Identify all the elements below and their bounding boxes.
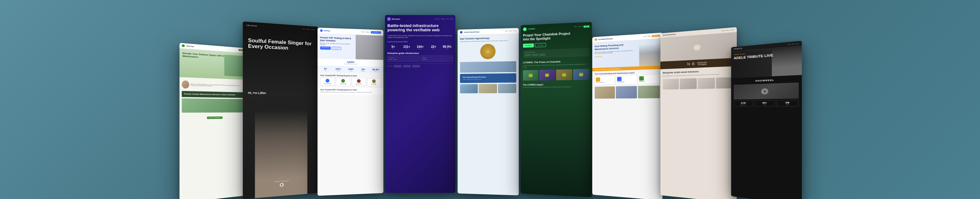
- ltords-nft-1: 🐸: [523, 70, 538, 81]
- adele-stat-1: 3YR Experience: [733, 100, 753, 107]
- web3-stats: 5+ Years 131+ Nodes 144+ Networks 22+ Ch…: [387, 45, 453, 50]
- web3-nav-items: Products Solutions Docs Blog: [435, 18, 453, 19]
- pat-hero-title: Premier PAT Testing in Hull & East Yorks…: [320, 36, 355, 43]
- plumbing-service-3: Maintenance: [638, 74, 660, 84]
- pat-services-section: Your Trusted PAT Testing Experts in Hull…: [317, 72, 383, 88]
- singer-hi-label: Hi, I'm Lillie!: [248, 91, 266, 95]
- oak-tree-avatar: [181, 80, 189, 88]
- pat-hull-section: Your Trusted PAT Testing Experts in Hull…: [317, 87, 383, 95]
- hypnotherapy-img-3: [498, 84, 516, 93]
- adele-hero: TRIBUTE ACT ADELE TRIBUTE LIVE: [731, 46, 802, 78]
- pat-hull-title: Your Trusted PAT Testing Experts in Hull: [320, 88, 381, 91]
- card-plumbing[interactable]: East Riding Plumbing Services About Get …: [592, 32, 662, 199]
- adele-showreel-title: SHOWREEL: [733, 77, 799, 83]
- card-hypnotherapy[interactable]: Yorkshire Hypnotherapy About Services Co…: [458, 28, 519, 195]
- hypnotherapy-gold-badge: KGH: [480, 44, 495, 59]
- ltords-logo-text: LTORDS: [528, 28, 535, 30]
- pat-service-1: Commercial PAT: [320, 77, 335, 86]
- hypnotherapy-img-1: [460, 84, 478, 93]
- pat-services-list: Commercial PAT Healthcare PAT Adjusted P…: [320, 77, 381, 86]
- hypnotherapy-logo-icon: [460, 31, 463, 34]
- web3-nav: Blockspace Products Solutions Docs Blog: [387, 18, 453, 21]
- plumbing-logo-text: East Riding Plumbing: [598, 38, 612, 40]
- pat-cta2-btn[interactable]: Learn More: [332, 47, 341, 50]
- plumbing-service-1-icon: [596, 77, 600, 82]
- adele-header-logo: TRIBUTE: [733, 48, 742, 50]
- plumbing-services: Commercial Services Plumbing Repairs Mai…: [595, 74, 660, 85]
- video-overlay: [733, 82, 799, 100]
- partner-logo-1: [394, 65, 401, 67]
- ltords-hero-title: Propel Your Chainlink Project into the S…: [523, 32, 572, 42]
- oak-tree-cta-button[interactable]: Book of Consultation: [207, 117, 222, 119]
- hypnotherapy-image-row: [460, 84, 516, 93]
- web3-enterprise-section: Enterprise-grade infrastructure Connecti…: [387, 52, 453, 62]
- oak-tree-green-title: Premier Garden Maintenance Services in E…: [184, 93, 243, 96]
- ltords-impact: The LTORDS Impact Our track record speak…: [523, 83, 589, 88]
- plumbing-hero: East Riding Plumbing and Maintenance Ser…: [592, 39, 662, 68]
- pat-service-2: Healthcare PAT: [336, 77, 350, 86]
- card-adele-tribute[interactable]: TRIBUTE Shows About Book TRIBUTE ACT ADE…: [731, 41, 802, 199]
- card-soulful-singer[interactable]: Lillie German Home About Contact Soulful…: [243, 21, 318, 199]
- oak-tree-hero-image: [224, 55, 244, 77]
- chandelier-icon: [692, 44, 702, 51]
- hypnotherapy-logo-text: Yorkshire Hypnotherapy: [463, 31, 479, 33]
- gallery-container: Oak Tree Reviews Elevate Your Outdoor Sp…: [0, 0, 980, 199]
- pat-service-3-icon: [357, 79, 360, 83]
- plumbing-images: [595, 85, 660, 99]
- kitchen-img-3: [697, 77, 715, 89]
- pat-service-4-icon: [372, 79, 375, 83]
- plumbing-service-2-icon: [617, 77, 621, 81]
- kitchens-logo: North Bay Kitchens: [663, 34, 676, 36]
- card-kitchens[interactable]: North Bay Kitchens Portfolio About Conta…: [660, 27, 737, 199]
- ltords-cta2[interactable]: Learn More: [535, 43, 546, 47]
- kitchens-background: North Bay Kitchens Portfolio About Conta…: [660, 27, 737, 199]
- pat-logo-text: PATTest: [324, 30, 330, 32]
- oak-tree-green-section: Premier Garden Maintenance Services in E…: [181, 91, 245, 98]
- ltords-cta-buttons: Get Started Learn More: [523, 42, 589, 48]
- pat-header-btn[interactable]: Book PAT Now: [371, 31, 381, 34]
- pat-cta1-btn[interactable]: Book PAT Now: [320, 46, 331, 50]
- web3-background: Blockspace Products Solutions Docs Blog …: [385, 15, 455, 193]
- kitchens-image-grid: [663, 77, 734, 89]
- ltords-section: LTORDS: The Pulse of Chainlink LTORDS pr…: [523, 60, 589, 81]
- web3-hero-sub: A verified Brave Grants Awardee, dedicat…: [387, 35, 453, 39]
- hypnotherapy-img-2: [479, 84, 497, 93]
- adele-background: TRIBUTE Shows About Book TRIBUTE ACT ADE…: [731, 41, 802, 199]
- card-oak-tree-garden[interactable]: Oak Tree Reviews Elevate Your Outdoor Sp…: [180, 43, 247, 199]
- adele-stat-3: 5★ Rating: [776, 100, 799, 107]
- kitchen-img-1: [663, 79, 679, 89]
- plumbing-header-btn[interactable]: Get a Quote: [651, 35, 660, 37]
- pat-service-1-icon: [326, 79, 329, 82]
- ltords-nft-4: 🐸: [573, 69, 589, 80]
- oak-tree-garden-image: [181, 98, 245, 113]
- plumbing-logo-icon: [595, 39, 597, 41]
- card-ltords[interactable]: LTORDS About Projects Verify Propel Your…: [520, 22, 592, 197]
- oak-tree-logo-text: Oak Tree: [186, 45, 194, 48]
- oak-tree-logo-icon: [181, 45, 185, 47]
- ltords-logo-dot: [523, 27, 527, 31]
- ltords-nft-3: 🐸: [556, 69, 572, 80]
- web3-hero-title: Battle-tested infrastructure powering th…: [387, 24, 453, 32]
- oak-tree-body-text: At Oak Tree Garden Maintenance, we are d…: [191, 83, 245, 87]
- hypnotherapy-content: East Yorkshire Hypnotherapy Fully qualif…: [458, 34, 519, 96]
- plumbing-service-2: Plumbing Repairs: [616, 75, 637, 85]
- pat-hero-sub: At IHL, we are your local PAT testing an…: [320, 43, 352, 46]
- ltords-cta1[interactable]: Get Started: [523, 43, 533, 48]
- plumbing-service-3-icon: [639, 76, 644, 81]
- plumbing-img-1: [595, 87, 615, 99]
- card-pat-testing[interactable]: PATTest Services About Book PAT Now Prem…: [317, 27, 383, 196]
- ltords-nft-row: 🐸 🐸 🐸 🐸: [523, 69, 589, 81]
- plumbing-background: East Riding Plumbing Services About Get …: [592, 32, 662, 199]
- adele-video-thumbnail[interactable]: [733, 82, 799, 100]
- plumbing-hero-title: East Riding Plumbing and Maintenance Ser…: [595, 43, 632, 51]
- web3-logo-icon: [387, 18, 390, 21]
- pat-service-3: Adjusted PAT: [351, 78, 366, 86]
- kitchens-logo-letters: N B: [687, 62, 694, 66]
- kitchen-img-2: [679, 78, 696, 89]
- hypnotherapy-text: Fully qualified and insured hypnotherapi…: [460, 40, 516, 43]
- card-web3[interactable]: Blockspace Products Solutions Docs Blog …: [385, 15, 455, 193]
- adele-person-image: [772, 46, 802, 76]
- pat-logo-icon: [320, 29, 323, 32]
- singer-hero-title: Soulful Female Singer for Every Occasion: [248, 38, 313, 52]
- ltords-partner-1: [525, 54, 531, 56]
